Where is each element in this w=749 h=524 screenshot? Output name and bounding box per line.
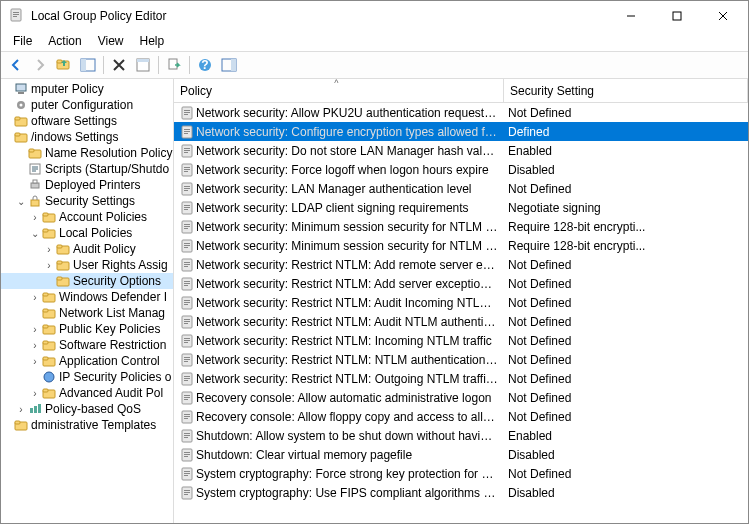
policy-setting: Require 128-bit encrypti...	[502, 239, 748, 253]
tree-item[interactable]: ⌄Security Settings	[1, 193, 173, 209]
scope-tree[interactable]: mputer Policyputer Configurationoftware …	[1, 79, 174, 523]
tree-item-label: Advanced Audit Pol	[59, 386, 163, 400]
minimize-button[interactable]	[608, 1, 654, 31]
policy-row[interactable]: Recovery console: Allow floppy copy and …	[174, 407, 748, 426]
expand-icon[interactable]: ›	[15, 404, 27, 415]
tree-item[interactable]: ›User Rights Assig	[1, 257, 173, 273]
policy-name: System cryptography: Use FIPS compliant …	[196, 486, 502, 500]
policy-row[interactable]: System cryptography: Force strong key pr…	[174, 464, 748, 483]
delete-button[interactable]	[108, 54, 130, 76]
gear-icon	[13, 98, 29, 112]
policy-icon	[178, 467, 196, 481]
app-icon	[9, 8, 25, 24]
policy-row[interactable]: Network security: LAN Manager authentica…	[174, 179, 748, 198]
policy-setting: Not Defined	[502, 372, 748, 386]
tree-item[interactable]: mputer Policy	[1, 81, 173, 97]
policy-row[interactable]: Network security: Restrict NTLM: NTLM au…	[174, 350, 748, 369]
policy-setting: Not Defined	[502, 296, 748, 310]
tree-item[interactable]: Scripts (Startup/Shutdo	[1, 161, 173, 177]
tree-item[interactable]: /indows Settings	[1, 129, 173, 145]
expand-icon[interactable]: ›	[43, 260, 55, 271]
policy-row[interactable]: Network security: Minimum session securi…	[174, 236, 748, 255]
tree-item[interactable]: ⌄Local Policies	[1, 225, 173, 241]
folder-icon	[13, 418, 29, 432]
policy-row[interactable]: Network security: Do not store LAN Manag…	[174, 141, 748, 160]
tree-item[interactable]: ›Policy-based QoS	[1, 401, 173, 417]
up-button[interactable]	[53, 54, 75, 76]
policy-row[interactable]: Shutdown: Allow system to be shut down w…	[174, 426, 748, 445]
expand-icon[interactable]: ›	[29, 340, 41, 351]
forward-button[interactable]	[29, 54, 51, 76]
policy-row[interactable]: Network security: Restrict NTLM: Audit I…	[174, 293, 748, 312]
policy-setting: Enabled	[502, 429, 748, 443]
menu-action[interactable]: Action	[40, 32, 89, 50]
tree-item[interactable]: ›Software Restriction	[1, 337, 173, 353]
policy-row[interactable]: Network security: LDAP client signing re…	[174, 198, 748, 217]
policy-row[interactable]: Network security: Minimum session securi…	[174, 217, 748, 236]
tree-item-label: Scripts (Startup/Shutdo	[45, 162, 169, 176]
show-hide-action-pane-button[interactable]	[218, 54, 240, 76]
policy-name: Recovery console: Allow automatic admini…	[196, 391, 502, 405]
maximize-button[interactable]	[654, 1, 700, 31]
policy-row[interactable]: System cryptography: Use FIPS compliant …	[174, 483, 748, 502]
show-hide-tree-button[interactable]	[77, 54, 99, 76]
policy-icon	[178, 334, 196, 348]
tree-item[interactable]: Security Options	[1, 273, 173, 289]
tree-item[interactable]: ›Application Control	[1, 353, 173, 369]
expand-icon[interactable]: ⌄	[15, 196, 27, 207]
expand-icon[interactable]: ›	[29, 356, 41, 367]
column-policy[interactable]: Policy	[174, 79, 504, 102]
back-button[interactable]	[5, 54, 27, 76]
expand-icon[interactable]: ›	[29, 324, 41, 335]
policy-name: Network security: Do not store LAN Manag…	[196, 144, 502, 158]
menu-help[interactable]: Help	[132, 32, 173, 50]
policy-row[interactable]: Network security: Restrict NTLM: Outgoin…	[174, 369, 748, 388]
policy-row[interactable]: Network security: Force logoff when logo…	[174, 160, 748, 179]
expand-icon[interactable]: ›	[29, 212, 41, 223]
tree-item-label: dministrative Templates	[31, 418, 156, 432]
expand-icon[interactable]: ›	[29, 388, 41, 399]
expand-icon[interactable]: ›	[43, 244, 55, 255]
properties-button[interactable]	[132, 54, 154, 76]
policy-icon	[178, 144, 196, 158]
tree-item[interactable]: ›Advanced Audit Pol	[1, 385, 173, 401]
tree-item[interactable]: ›Public Key Policies	[1, 321, 173, 337]
policy-row[interactable]: Recovery console: Allow automatic admini…	[174, 388, 748, 407]
help-button[interactable]: ?	[194, 54, 216, 76]
expand-icon[interactable]: ›	[29, 292, 41, 303]
tree-item[interactable]: oftware Settings	[1, 113, 173, 129]
tree-item[interactable]: Name Resolution Policy	[1, 145, 173, 161]
policy-icon	[178, 372, 196, 386]
tree-item[interactable]: ›Account Policies	[1, 209, 173, 225]
policy-icon	[178, 277, 196, 291]
tree-item[interactable]: Network List Manag	[1, 305, 173, 321]
policy-row[interactable]: Network security: Restrict NTLM: Add rem…	[174, 255, 748, 274]
policy-icon	[178, 486, 196, 500]
policy-setting: Disabled	[502, 163, 748, 177]
policy-row[interactable]: Network security: Configure encryption t…	[174, 122, 748, 141]
svg-rect-23	[169, 59, 177, 69]
policy-row[interactable]: Network security: Restrict NTLM: Add ser…	[174, 274, 748, 293]
menu-view[interactable]: View	[90, 32, 132, 50]
policy-setting: Not Defined	[502, 391, 748, 405]
expand-icon[interactable]: ⌄	[29, 228, 41, 239]
tree-item[interactable]: puter Configuration	[1, 97, 173, 113]
policy-name: Network security: Configure encryption t…	[196, 125, 502, 139]
tree-item-label: Audit Policy	[73, 242, 136, 256]
tree-item[interactable]: Deployed Printers	[1, 177, 173, 193]
tree-item[interactable]: ›Windows Defender I	[1, 289, 173, 305]
column-security-setting[interactable]: Security Setting	[504, 79, 748, 102]
tree-item[interactable]: dministrative Templates	[1, 417, 173, 433]
menu-file[interactable]: File	[5, 32, 40, 50]
policy-row[interactable]: Network security: Restrict NTLM: Incomin…	[174, 331, 748, 350]
policy-row[interactable]: Network security: Allow PKU2U authentica…	[174, 103, 748, 122]
policy-row[interactable]: Network security: Restrict NTLM: Audit N…	[174, 312, 748, 331]
script-icon	[27, 162, 43, 176]
policy-name: Recovery console: Allow floppy copy and …	[196, 410, 502, 424]
export-button[interactable]	[163, 54, 185, 76]
policy-list[interactable]: Network security: Allow PKU2U authentica…	[174, 103, 748, 523]
tree-item[interactable]: ›Audit Policy	[1, 241, 173, 257]
tree-item[interactable]: IP Security Policies o	[1, 369, 173, 385]
close-button[interactable]	[700, 1, 746, 31]
policy-row[interactable]: Shutdown: Clear virtual memory pagefileD…	[174, 445, 748, 464]
